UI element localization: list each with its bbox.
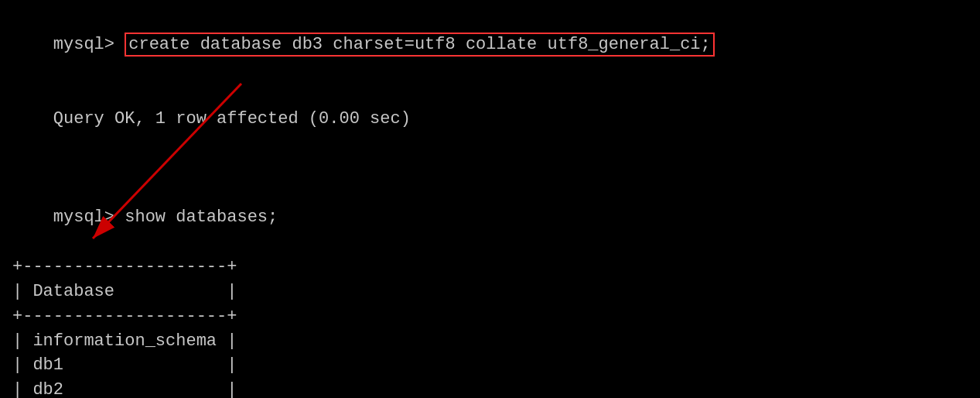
blank-line	[12, 156, 968, 180]
prompt-1: mysql>	[53, 35, 125, 54]
table-row-db2: | db2 |	[12, 378, 968, 398]
command-line-1: mysql> create database db3 charset=utf8 …	[12, 8, 968, 82]
table-border-top: +--------------------+	[12, 255, 968, 280]
prompt-2: mysql>	[53, 208, 125, 227]
table-border-header: +--------------------+	[12, 304, 968, 329]
table-row-db1: | db1 |	[12, 353, 968, 378]
table-row-information-schema: | information_schema |	[12, 329, 968, 354]
terminal: mysql> create database db3 charset=utf8 …	[12, 8, 968, 398]
query-ok-text: Query OK, 1 row affected (0.00 sec)	[53, 109, 411, 129]
query-ok-line: Query OK, 1 row affected (0.00 sec)	[12, 82, 968, 156]
show-databases-command: show databases;	[125, 208, 278, 227]
highlighted-command: create database db3 charset=utf8 collate…	[125, 33, 715, 57]
table-header: | Database |	[12, 280, 968, 304]
command-line-2: mysql> show databases;	[12, 180, 968, 255]
